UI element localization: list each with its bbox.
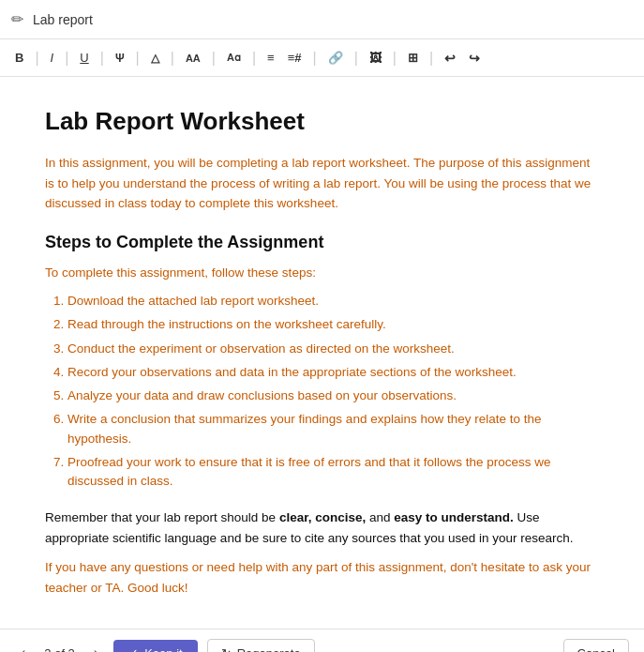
header-title: Lab report (33, 12, 93, 27)
bold-button[interactable]: B (11, 49, 27, 67)
sep: | (171, 50, 174, 67)
table-button[interactable]: ⊞ (404, 49, 422, 67)
sep: | (100, 50, 104, 67)
strikethrough-button[interactable]: Ψ (112, 50, 128, 67)
list-item: Analyze your data and draw conclusions b… (67, 387, 599, 405)
page-indicator: 2 of 2 (44, 646, 75, 652)
underline-button[interactable]: U (76, 49, 92, 67)
cancel-button[interactable]: Cancel (563, 639, 629, 652)
undo-button[interactable]: ↩ (441, 49, 459, 68)
sep: | (429, 50, 433, 67)
sep: | (212, 50, 216, 67)
list-item: Proofread your work to ensure that it is… (67, 453, 599, 492)
section-heading: Steps to Complete the Assignment (45, 233, 599, 252)
sep: | (252, 50, 256, 67)
regenerate-label: Regenerate (237, 646, 301, 652)
intro-paragraph: In this assignment, you will be completi… (45, 153, 599, 214)
regenerate-button[interactable]: ↻ Regenerate (207, 639, 315, 652)
list-item: Read through the instructions on the wor… (67, 315, 599, 334)
text-highlight-button[interactable]: △ (147, 50, 163, 67)
document-title: Lab Report Worksheet (45, 107, 599, 136)
sep: | (136, 50, 140, 67)
image-button[interactable]: 🖼 (366, 49, 385, 67)
sep: | (312, 50, 316, 67)
list-item: Conduct the experiment or observation as… (67, 340, 599, 358)
list-item: Write a conclusion that summarizes your … (67, 410, 599, 448)
italic-button[interactable]: I (47, 49, 58, 67)
toolbar: B | I | U | Ψ | △ | AA | Aɑ | ≡ ≡# | 🔗 |… (0, 39, 644, 77)
document-content: Lab Report Worksheet In this assignment,… (0, 77, 644, 629)
redo-button[interactable]: ↪ (465, 49, 484, 68)
sep: | (35, 50, 38, 67)
remember-paragraph: Remember that your lab report should be … (45, 508, 599, 548)
previous-button[interactable]: ‹ (15, 641, 31, 652)
font-change-button[interactable]: Aɑ (223, 50, 245, 66)
link-button[interactable]: 🔗 (324, 49, 347, 67)
bullets-button[interactable]: ≡ (263, 49, 278, 67)
keep-button[interactable]: ✓ Keep it (113, 640, 197, 652)
next-button[interactable]: › (88, 641, 104, 652)
regenerate-icon: ↻ (221, 646, 232, 652)
closing-paragraph: If you have any questions or need help w… (45, 557, 599, 598)
list-item: Record your observations and data in the… (67, 363, 599, 382)
numbering-button[interactable]: ≡# (284, 49, 306, 67)
action-bar: ‹ 2 of 2 › ✓ Keep it ↻ Regenerate Cancel (0, 629, 644, 652)
header: ✏ Lab report (0, 0, 644, 39)
edit-icon: ✏ (11, 10, 23, 28)
sep: | (65, 50, 68, 67)
steps-list: Download the attached lab report workshe… (67, 292, 599, 491)
keep-label: Keep it (144, 646, 182, 652)
checkmark-icon: ✓ (128, 646, 139, 652)
steps-intro: To complete this assignment, follow thes… (45, 264, 599, 282)
list-item: Download the attached lab report workshe… (67, 292, 599, 311)
font-size-button[interactable]: AA (182, 51, 204, 66)
sep: | (354, 50, 358, 67)
sep: | (393, 50, 397, 67)
